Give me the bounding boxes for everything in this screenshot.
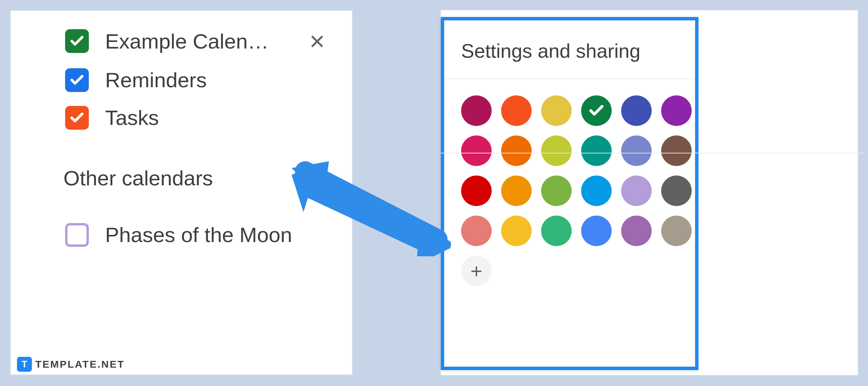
color-swatch[interactable] xyxy=(661,216,692,246)
template-logo-icon: T xyxy=(17,357,32,372)
close-icon[interactable]: × xyxy=(309,28,332,54)
other-calendars-header: Other calendars + xyxy=(11,136,352,202)
popover-header[interactable]: Settings and sharing xyxy=(444,20,695,79)
check-icon xyxy=(69,110,85,126)
color-swatch[interactable] xyxy=(501,95,532,126)
checkbox-tasks[interactable] xyxy=(65,106,89,130)
color-swatch[interactable] xyxy=(461,135,492,166)
calendar-item-example[interactable]: Example Calen… × xyxy=(11,21,352,61)
color-swatch[interactable] xyxy=(661,176,692,206)
color-swatch[interactable] xyxy=(621,216,652,246)
settings-sharing-label: Settings and sharing xyxy=(461,39,678,62)
add-custom-color-button[interactable]: + xyxy=(461,256,492,286)
template-net-watermark: T TEMPLATE.NET xyxy=(17,357,125,372)
color-swatch[interactable] xyxy=(661,135,692,166)
calendar-options-popover: Settings and sharing + xyxy=(441,17,698,370)
check-icon xyxy=(588,102,605,119)
color-swatch[interactable] xyxy=(581,135,612,166)
color-swatch[interactable] xyxy=(541,135,572,166)
color-swatch[interactable] xyxy=(541,95,572,126)
template-logo-text: TEMPLATE.NET xyxy=(35,359,125,370)
color-swatch[interactable] xyxy=(501,135,532,166)
screenshot-stage: Example Calen… × Reminders Tasks Other c… xyxy=(7,7,861,379)
color-swatch[interactable] xyxy=(581,216,612,246)
color-swatch[interactable] xyxy=(541,176,572,206)
calendar-label: Phases of the Moon xyxy=(105,223,332,247)
color-swatch[interactable] xyxy=(541,216,572,246)
color-swatch[interactable] xyxy=(621,95,652,126)
color-swatch[interactable] xyxy=(461,216,492,246)
checkbox-reminders[interactable] xyxy=(65,68,89,92)
calendar-sidebar: Example Calen… × Reminders Tasks Other c… xyxy=(10,10,353,375)
other-calendars-title: Other calendars xyxy=(63,166,213,190)
color-picker-grid: + xyxy=(444,79,695,296)
color-swatch[interactable] xyxy=(501,216,532,246)
color-swatch[interactable] xyxy=(461,95,492,126)
divider-line xyxy=(441,153,865,153)
calendar-item-reminders[interactable]: Reminders xyxy=(11,61,352,99)
calendar-item-phases-moon[interactable]: Phases of the Moon xyxy=(11,202,352,254)
color-swatch[interactable] xyxy=(581,95,612,126)
color-swatch[interactable] xyxy=(581,176,612,206)
check-icon xyxy=(69,33,85,49)
check-icon xyxy=(69,72,85,88)
calendar-label: Example Calen… xyxy=(105,29,293,53)
content-area: Settings and sharing + xyxy=(441,10,858,375)
color-swatch[interactable] xyxy=(501,176,532,206)
color-swatch[interactable] xyxy=(461,176,492,206)
color-swatch[interactable] xyxy=(661,95,692,126)
checkbox-phases-moon[interactable] xyxy=(65,223,89,247)
color-swatch[interactable] xyxy=(621,176,652,206)
color-swatch[interactable] xyxy=(621,135,652,166)
calendar-item-tasks[interactable]: Tasks xyxy=(11,99,352,136)
add-other-calendar-button[interactable]: + xyxy=(305,164,321,192)
calendar-label: Tasks xyxy=(105,106,332,130)
checkbox-example-calendar[interactable] xyxy=(65,29,89,53)
calendar-label: Reminders xyxy=(105,68,332,92)
